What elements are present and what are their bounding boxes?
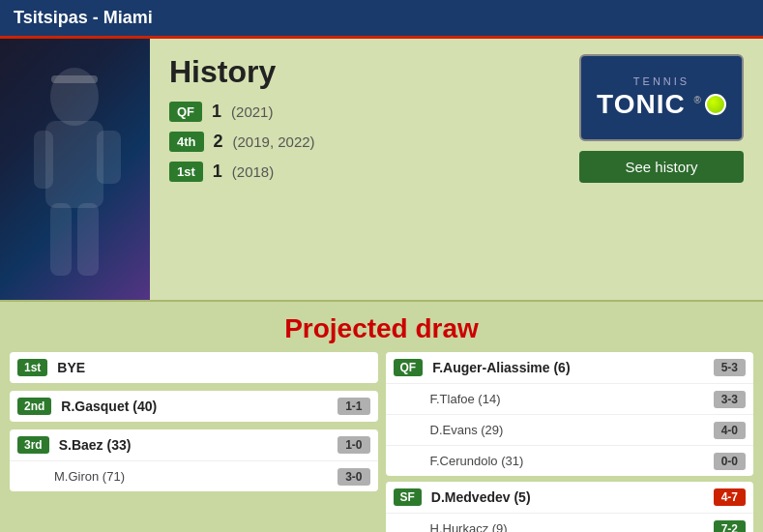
round-badge-1: 4th	[169, 132, 204, 152]
round-label-3rd: 3rd	[17, 436, 49, 454]
draw-row-3rd-secondary: M.Giron (71) 3-0	[10, 460, 378, 491]
score-evans: 4-0	[714, 422, 746, 439]
tonic-brand: TONIC ®	[597, 89, 702, 120]
history-years-0: (2021)	[231, 103, 273, 120]
round-label-qf: QF	[394, 359, 424, 376]
score-cerundolo: 0-0	[714, 453, 746, 470]
history-row-2: 1st 1 (2018)	[169, 162, 541, 182]
player-bye: BYE	[57, 360, 369, 375]
tennis-text: TENNIS	[633, 75, 690, 87]
history-count-0: 1	[212, 102, 221, 122]
player-evans: D.Evans (29)	[394, 423, 714, 437]
draw-left-column: 1st BYE 2nd R.Gasquet (40) 1-1 3rd S.Bae…	[10, 352, 378, 532]
draw-group-3rd: 3rd S.Baez (33) 1-0 M.Giron (71) 3-0	[10, 429, 378, 491]
player-gasquet: R.Gasquet (40)	[61, 399, 337, 414]
svg-rect-2	[34, 131, 53, 189]
history-row-0: QF 1 (2021)	[169, 102, 541, 122]
player-giron: M.Giron (71)	[17, 469, 337, 484]
player-cerundolo: F.Cerundolo (31)	[394, 454, 714, 468]
tennis-tonic-logo: TENNIS TONIC ®	[579, 54, 744, 141]
history-count-1: 2	[214, 132, 223, 152]
round-badge-0: QF	[169, 102, 202, 122]
projected-draw-title: Projected draw	[0, 302, 763, 352]
history-years-2: (2018)	[232, 163, 274, 180]
player-hurkacz: H.Hurkacz (9)	[394, 521, 714, 532]
round-label-sf: SF	[394, 488, 422, 506]
draw-row-sf-main: SF D.Medvedev (5) 4-7	[386, 482, 754, 513]
score-tlafoe: 3-3	[714, 391, 746, 408]
score-giron: 3-0	[337, 468, 369, 486]
player-baez: S.Baez (33)	[59, 437, 337, 453]
score-auger: 5-3	[714, 359, 746, 376]
see-history-button[interactable]: See history	[579, 151, 744, 183]
top-section: History QF 1 (2021) 4th 2 (2019, 2022) 1…	[0, 39, 763, 300]
page-title: Tsitsipas - Miami	[14, 8, 153, 27]
svg-rect-1	[45, 121, 103, 208]
player-photo	[0, 39, 150, 300]
draw-group-1st: 1st BYE	[10, 352, 378, 383]
round-label-1st: 1st	[17, 359, 47, 376]
draw-row-2nd: 2nd R.Gasquet (40) 1-1	[10, 391, 378, 422]
round-label-2nd: 2nd	[17, 398, 51, 415]
history-row-1: 4th 2 (2019, 2022)	[169, 132, 541, 152]
logo-section: TENNIS TONIC ® See history	[560, 39, 763, 300]
page-header: Tsitsipas - Miami	[0, 0, 763, 39]
draw-right-column: QF F.Auger-Aliassime (6) 5-3 F.Tlafoe (1…	[386, 352, 754, 532]
history-years-1: (2019, 2022)	[233, 133, 315, 150]
player-auger: F.Auger-Aliassime (6)	[432, 360, 713, 375]
draw-row-3rd-main: 3rd S.Baez (33) 1-0	[10, 429, 378, 460]
draw-row-qf-4: F.Cerundolo (31) 0-0	[386, 445, 754, 476]
draw-row-1st: 1st BYE	[10, 352, 378, 383]
score-baez: 1-0	[337, 436, 369, 454]
svg-rect-4	[50, 203, 72, 276]
draw-group-2nd: 2nd R.Gasquet (40) 1-1	[10, 391, 378, 422]
svg-rect-3	[97, 131, 121, 184]
player-tlafoe: F.Tlafoe (14)	[394, 392, 714, 406]
tennis-ball-icon	[705, 94, 726, 115]
draw-group-qf: QF F.Auger-Aliassime (6) 5-3 F.Tlafoe (1…	[386, 352, 754, 476]
score-hurkacz: 7-2	[714, 520, 746, 533]
history-section: History QF 1 (2021) 4th 2 (2019, 2022) 1…	[150, 39, 560, 300]
player-medvedev: D.Medvedev (5)	[431, 489, 714, 505]
history-count-2: 1	[213, 162, 222, 182]
svg-rect-6	[51, 75, 98, 83]
draw-group-sf: SF D.Medvedev (5) 4-7 H.Hurkacz (9) 7-2 …	[386, 482, 754, 532]
draw-row-sf-2: H.Hurkacz (9) 7-2	[386, 513, 754, 532]
score-gasquet: 1-1	[337, 398, 369, 415]
history-title: History	[169, 54, 541, 90]
round-badge-2: 1st	[169, 162, 203, 182]
draw-row-qf-2: F.Tlafoe (14) 3-3	[386, 383, 754, 414]
draw-section: 1st BYE 2nd R.Gasquet (40) 1-1 3rd S.Bae…	[0, 352, 763, 532]
svg-rect-5	[77, 203, 99, 276]
score-medvedev: 4-7	[714, 488, 746, 506]
draw-row-qf-main: QF F.Auger-Aliassime (6) 5-3	[386, 352, 754, 383]
draw-row-qf-3: D.Evans (29) 4-0	[386, 414, 754, 445]
